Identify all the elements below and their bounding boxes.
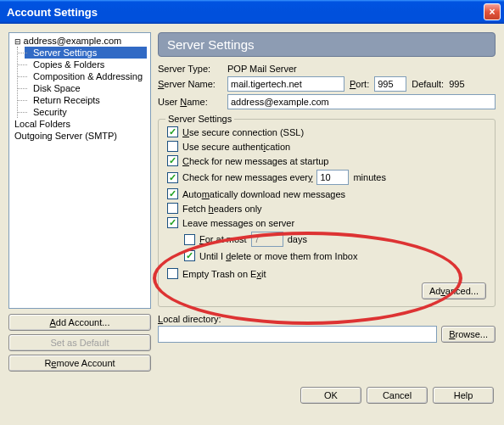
leave-on-server-label: Leave messages on server [182, 218, 294, 228]
port-label: Port: [350, 79, 369, 89]
fetch-headers-checkbox[interactable]: ✓ [167, 203, 178, 214]
until-delete-label: Until I delete or move them from Inbox [199, 251, 358, 261]
check-every-input[interactable] [316, 170, 349, 185]
leave-on-server-checkbox[interactable]: ✓ [167, 217, 178, 228]
ssl-label: Use secure connection (SSL) [182, 127, 304, 137]
port-input[interactable] [374, 76, 406, 92]
tree-server-settings[interactable]: Server Settings [25, 47, 147, 59]
auto-download-label: Automatically download new messages [182, 189, 345, 199]
minutes-label: minutes [353, 172, 386, 182]
default-label: Default: [412, 79, 444, 89]
remove-account-button[interactable]: Remove Account [8, 355, 151, 372]
tree-copies-folders[interactable]: Copies & Folders [25, 59, 147, 70]
fetch-headers-label: Fetch headers only [182, 204, 262, 214]
server-type-value: POP Mail Server [227, 64, 297, 74]
secure-auth-label: Use secure authentication [182, 142, 290, 152]
server-name-input[interactable] [227, 76, 344, 92]
user-name-input[interactable] [227, 94, 496, 109]
browse-button[interactable]: Browse... [441, 326, 496, 343]
check-startup-label: Check for new messages at startup [182, 156, 328, 166]
auto-download-checkbox[interactable]: ✓ [167, 188, 178, 199]
local-directory-label: Local directory: [158, 314, 496, 324]
tree-composition[interactable]: Composition & Addressing [25, 70, 147, 82]
fieldset-legend: Server Settings [165, 114, 234, 124]
tree-account-root[interactable]: address@example.com [13, 35, 147, 47]
help-button[interactable]: Help [433, 387, 494, 404]
local-directory-input[interactable] [158, 326, 437, 343]
empty-trash-checkbox[interactable]: ✓ [167, 268, 178, 279]
tree-local-folders[interactable]: Local Folders [13, 118, 147, 130]
server-name-label: Server Name: [158, 79, 222, 89]
secure-auth-checkbox[interactable]: ✓ [167, 141, 178, 152]
window-title: Account Settings [7, 6, 484, 19]
server-settings-group: Server Settings ✓ Use secure connection … [158, 119, 496, 307]
add-account-button[interactable]: Add Account... [8, 314, 151, 331]
ssl-checkbox[interactable]: ✓ [167, 126, 178, 137]
set-default-button: Set as Default [8, 334, 151, 351]
check-every-checkbox[interactable]: ✓ [167, 172, 178, 183]
tree-return-receipts[interactable]: Return Receipts [25, 94, 147, 106]
account-tree[interactable]: address@example.com Server Settings Copi… [8, 32, 151, 309]
close-button[interactable]: × [484, 3, 501, 20]
panel-header: Server Settings [158, 32, 496, 57]
tree-outgoing-server[interactable]: Outgoing Server (SMTP) [13, 130, 147, 142]
check-every-label: Check for new messages every [182, 172, 312, 182]
empty-trash-label: Empty Trash on Exit [182, 269, 266, 279]
days-label: days [288, 234, 307, 244]
for-at-most-input [251, 232, 283, 247]
cancel-button[interactable]: Cancel [367, 387, 428, 404]
ok-button[interactable]: OK [300, 387, 361, 404]
check-startup-checkbox[interactable]: ✓ [167, 155, 178, 166]
for-at-most-checkbox[interactable]: ✓ [184, 234, 195, 245]
tree-security[interactable]: Security [25, 106, 147, 118]
close-icon: × [489, 6, 495, 18]
tree-disk-space[interactable]: Disk Space [25, 82, 147, 94]
until-delete-checkbox[interactable]: ✓ [184, 250, 195, 261]
default-value: 995 [449, 79, 464, 89]
server-type-label: Server Type: [158, 64, 222, 74]
titlebar: Account Settings × [0, 0, 504, 24]
user-name-label: User Name: [158, 97, 222, 107]
advanced-button[interactable]: Advanced... [422, 282, 486, 299]
for-at-most-label: For at most [199, 234, 247, 244]
